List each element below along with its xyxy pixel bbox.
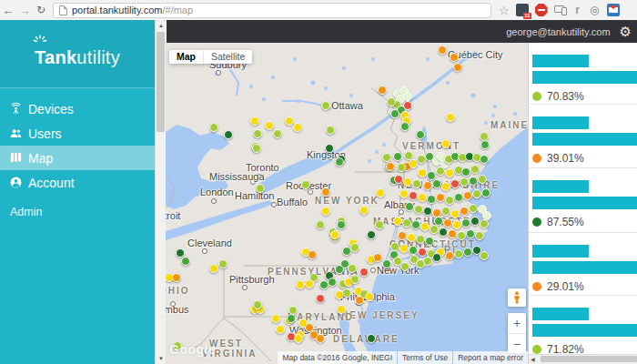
sidebar-item-users[interactable]: Users	[0, 121, 155, 146]
device-marker[interactable]	[452, 220, 461, 229]
device-marker[interactable]	[403, 177, 412, 187]
device-marker[interactable]	[418, 248, 427, 257]
sidebar-item-devices[interactable]: Devices	[0, 96, 155, 121]
device-marker[interactable]	[378, 86, 387, 95]
address-bar[interactable]: portal.tankutility.com/#/map	[53, 3, 491, 18]
device-marker[interactable]	[427, 195, 436, 204]
device-marker[interactable]	[416, 259, 425, 268]
device-marker[interactable]	[418, 168, 427, 177]
device-marker[interactable]	[412, 179, 421, 188]
device-marker[interactable]	[441, 182, 450, 191]
device-marker[interactable]	[316, 294, 325, 303]
device-marker[interactable]	[402, 218, 411, 228]
device-marker[interactable]	[276, 325, 285, 334]
device-marker[interactable]	[293, 123, 302, 132]
device-marker[interactable]	[445, 196, 454, 205]
device-marker[interactable]	[301, 180, 310, 189]
device-marker[interactable]	[405, 202, 414, 211]
device-marker[interactable]	[350, 243, 359, 252]
extension-icon[interactable]: 11	[516, 4, 529, 16]
device-marker[interactable]	[328, 278, 337, 287]
device-marker[interactable]	[342, 247, 351, 256]
device-marker[interactable]	[400, 122, 410, 131]
hscrollbar-thumb[interactable]	[541, 356, 637, 362]
zoom-in-button[interactable]: +	[508, 313, 526, 334]
device-marker[interactable]	[335, 157, 344, 167]
device-marker[interactable]	[397, 163, 406, 172]
horizontal-scrollbar[interactable]	[529, 354, 637, 364]
device-marker[interactable]	[350, 275, 359, 284]
device-marker[interactable]	[308, 250, 317, 259]
device-marker[interactable]	[470, 217, 480, 226]
mail-extension-icon[interactable]	[607, 4, 620, 16]
device-marker[interactable]	[273, 129, 282, 138]
device-marker[interactable]	[342, 288, 351, 298]
device-marker[interactable]	[409, 191, 418, 200]
device-marker[interactable]	[475, 231, 484, 240]
device-row[interactable]: 87.55%	[529, 168, 637, 233]
device-marker[interactable]	[414, 205, 423, 214]
device-marker[interactable]	[387, 97, 396, 106]
bookmark-star-icon[interactable]: ☆	[499, 4, 510, 17]
browser-reload-icon[interactable]: ↻	[33, 4, 49, 16]
device-marker[interactable]	[480, 251, 489, 260]
device-marker[interactable]	[287, 314, 296, 323]
device-marker[interactable]	[316, 220, 325, 229]
map-type-button[interactable]: Map	[169, 50, 203, 64]
device-marker[interactable]	[460, 207, 469, 216]
device-marker[interactable]	[466, 229, 475, 238]
device-marker[interactable]	[420, 222, 430, 231]
device-marker[interactable]	[480, 132, 489, 141]
device-marker[interactable]	[427, 171, 436, 180]
device-marker[interactable]	[463, 248, 472, 257]
device-marker[interactable]	[400, 262, 410, 271]
browser-forward-icon[interactable]: →	[16, 4, 33, 17]
device-marker[interactable]	[423, 207, 432, 216]
device-marker[interactable]	[481, 188, 490, 197]
terms-of-use-link[interactable]: Terms of Use	[398, 351, 452, 364]
device-marker[interactable]	[326, 126, 335, 135]
map-canvas[interactable]: MAINEVERMONTNEW HAMPSHIRENEW YORKMASSACH…	[166, 43, 528, 364]
device-marker[interactable]	[441, 207, 450, 216]
device-marker[interactable]	[172, 273, 181, 282]
device-marker[interactable]	[176, 248, 185, 258]
device-marker[interactable]	[469, 177, 478, 186]
device-marker[interactable]	[394, 175, 403, 184]
device-marker[interactable]	[423, 181, 432, 190]
device-marker[interactable]	[411, 220, 420, 229]
device-marker[interactable]	[445, 168, 454, 177]
device-marker[interactable]	[454, 249, 463, 258]
settings-gear-icon[interactable]	[620, 25, 632, 38]
device-marker[interactable]	[460, 177, 469, 187]
device-marker[interactable]	[480, 140, 490, 149]
device-marker[interactable]	[446, 113, 455, 122]
device-marker[interactable]	[325, 144, 334, 153]
scroll-left-icon[interactable]	[531, 355, 535, 364]
device-marker[interactable]	[337, 305, 346, 314]
device-marker[interactable]	[288, 306, 298, 315]
device-marker[interactable]	[416, 235, 425, 244]
device-marker[interactable]	[461, 167, 470, 177]
device-marker[interactable]	[436, 193, 445, 202]
device-marker[interactable]	[432, 179, 441, 188]
device-marker[interactable]	[359, 268, 369, 277]
device-marker[interactable]	[441, 139, 450, 148]
device-marker[interactable]	[436, 167, 445, 176]
device-marker[interactable]	[209, 264, 218, 273]
device-marker[interactable]	[181, 257, 190, 266]
device-marker[interactable]	[439, 228, 448, 237]
device-marker[interactable]	[367, 230, 376, 239]
devices-sync-icon[interactable]	[554, 4, 567, 16]
device-row[interactable]: 39.01%	[529, 105, 637, 168]
device-marker[interactable]	[457, 231, 466, 240]
device-row[interactable]: 71.82%	[529, 296, 637, 355]
device-marker[interactable]	[285, 116, 294, 126]
device-marker[interactable]	[399, 189, 409, 198]
device-marker[interactable]	[450, 179, 460, 188]
device-marker[interactable]	[463, 191, 472, 200]
device-marker[interactable]	[438, 46, 447, 55]
device-marker[interactable]	[409, 159, 418, 168]
device-marker[interactable]	[416, 130, 425, 139]
adblock-icon[interactable]	[535, 4, 548, 16]
device-marker[interactable]	[209, 123, 218, 132]
